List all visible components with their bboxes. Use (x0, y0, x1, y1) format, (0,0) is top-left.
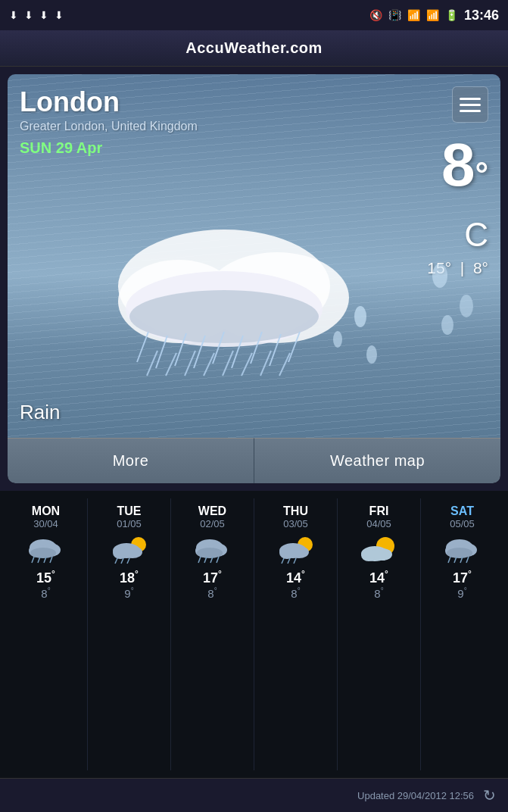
forecast-day-sat[interactable]: SAT 05/05 17° 9° (421, 498, 503, 770)
vibrate-icon: 📳 (388, 9, 401, 21)
main-weather-icon (103, 203, 406, 377)
svg-line-18 (223, 351, 233, 376)
day-weather-icon (360, 534, 399, 564)
day-weather-icon (26, 534, 66, 564)
day-name: MON (32, 504, 60, 518)
svg-line-57 (294, 558, 296, 564)
svg-point-65 (447, 548, 472, 558)
day-name: WED (198, 504, 226, 518)
status-time: 13:46 (464, 8, 499, 23)
menu-button[interactable] (452, 86, 488, 123)
svg-line-19 (242, 353, 252, 376)
svg-line-42 (127, 558, 129, 564)
forecast-day-mon[interactable]: MON 30/04 15° 8° (5, 498, 88, 770)
weather-main: London Greater London, United Kingdom SU… (8, 74, 500, 438)
day-temp-low: 8° (291, 586, 300, 600)
day-temp-low: 9° (457, 586, 466, 600)
day-date: 03/05 (283, 518, 308, 529)
day-name: SAT (450, 504, 474, 518)
svg-line-50 (217, 557, 219, 563)
forecast-day-tue[interactable]: TUE 01/05 18° 9° (88, 498, 171, 770)
forecast-day-thu[interactable]: THU 03/05 14° 8° (254, 498, 338, 770)
svg-point-27 (441, 315, 453, 335)
svg-line-5 (137, 332, 148, 362)
day-weather-icon (193, 534, 232, 564)
day-temp-high: 14° (286, 569, 305, 586)
updated-text: Updated 29/04/2012 12:56 (357, 790, 474, 801)
forecast-day-fri[interactable]: FRI 04/05 14° 8° (338, 498, 421, 770)
svg-point-26 (460, 295, 473, 317)
status-bar: ⬇ ⬇ ⬇ ⬇ 🔇 📳 📶 📶 🔋 13:46 (0, 0, 508, 30)
svg-point-46 (197, 548, 223, 558)
svg-point-24 (333, 331, 342, 348)
svg-line-55 (282, 558, 284, 564)
download-icon-3: ⬇ (39, 9, 48, 21)
refresh-button[interactable]: ↻ (483, 786, 496, 804)
menu-bar-2 (460, 104, 481, 106)
weather-date: SUN 29 Apr (20, 139, 488, 157)
svg-line-40 (115, 558, 117, 564)
svg-point-4 (129, 290, 319, 343)
svg-line-14 (147, 351, 157, 376)
svg-point-54 (289, 546, 309, 558)
day-temp-high: 15° (36, 569, 55, 586)
more-button[interactable]: More (8, 438, 254, 483)
svg-line-56 (288, 558, 290, 564)
svg-line-16 (185, 351, 195, 376)
svg-point-23 (366, 345, 377, 364)
day-temp-high: 14° (369, 569, 388, 586)
weather-condition: Rain (20, 401, 60, 424)
day-date: 02/05 (200, 518, 225, 529)
svg-line-35 (50, 557, 52, 563)
download-icon-2: ⬇ (24, 9, 33, 21)
svg-point-25 (432, 264, 447, 288)
svg-point-39 (123, 546, 142, 558)
app-footer: Updated 29/04/2012 12:56 ↻ (0, 778, 508, 812)
svg-line-17 (204, 353, 214, 376)
rain-drop-right (425, 253, 485, 347)
svg-point-31 (30, 548, 56, 558)
svg-line-69 (466, 557, 469, 563)
svg-line-20 (260, 351, 271, 376)
day-temp-low: 8° (207, 586, 217, 600)
wifi-icon: 📶 (407, 9, 420, 21)
day-temp-high: 17° (453, 569, 472, 586)
svg-line-32 (32, 557, 34, 563)
day-weather-icon (443, 534, 482, 564)
weather-map-button[interactable]: Weather map (254, 438, 500, 483)
day-temp-low: 8° (374, 586, 383, 600)
svg-line-66 (448, 557, 450, 563)
city-region: Greater London, United Kingdom (20, 120, 488, 133)
download-icon-4: ⬇ (55, 9, 64, 21)
app-header: AccuWeather.com (0, 30, 508, 67)
day-date: 05/05 (450, 518, 475, 529)
day-name: TUE (117, 504, 142, 518)
degree-symbol: ° (475, 155, 488, 192)
day-weather-icon (276, 534, 316, 564)
menu-bar-3 (460, 110, 481, 112)
download-icon-1: ⬇ (9, 9, 18, 21)
svg-line-41 (121, 558, 123, 564)
day-name: THU (283, 504, 308, 518)
svg-point-61 (372, 548, 392, 561)
signal-icon: 📶 (426, 9, 439, 21)
menu-bar-1 (460, 98, 481, 100)
day-name: FRI (369, 504, 389, 518)
day-temp-low: 9° (124, 586, 133, 600)
day-temp-low: 8° (41, 586, 50, 600)
day-temp-high: 18° (120, 569, 139, 586)
button-row: More Weather map (8, 438, 500, 483)
day-date: 30/04 (33, 518, 58, 529)
svg-line-21 (279, 353, 290, 376)
city-name: London (20, 86, 488, 118)
status-icons-left: ⬇ ⬇ ⬇ ⬇ (9, 9, 64, 21)
forecast-row: MON 30/04 15° 8° TUE 01/05 18° 9° WED 02… (5, 498, 503, 770)
forecast-day-wed[interactable]: WED 02/05 17° 8° (171, 498, 254, 770)
battery-icon: 🔋 (445, 9, 458, 21)
svg-line-47 (198, 557, 201, 563)
day-date: 01/05 (117, 518, 142, 529)
day-date: 04/05 (366, 518, 391, 529)
mute-icon: 🔇 (369, 9, 382, 21)
status-icons-right: 🔇 📳 📶 📶 🔋 13:46 (369, 8, 499, 23)
forecast-section: MON 30/04 15° 8° TUE 01/05 18° 9° WED 02… (0, 491, 508, 778)
